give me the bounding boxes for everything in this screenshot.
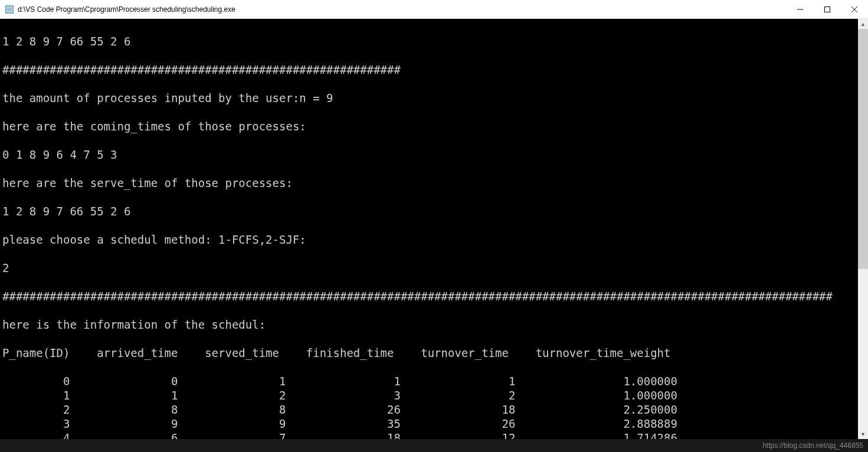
console-line: please choose a schedul method: 1-FCFS,2… [2, 232, 866, 247]
scrollbar-track[interactable] [858, 29, 868, 429]
table-header: P_name(ID) arrived_time served_time fini… [2, 346, 866, 360]
window-controls [787, 0, 868, 18]
console-line: 0 1 8 9 6 4 7 5 3 [2, 148, 866, 162]
console-line: here is the information of the schedul: [2, 317, 866, 332]
table-row: 3 9 9 35 26 2.888889 [2, 417, 866, 431]
console-line: 2 [2, 261, 866, 275]
console-line: here are the coming_times of those proce… [2, 119, 866, 133]
close-button[interactable] [841, 0, 868, 18]
watermark-bar: https://blog.csdn.net/qq_446855 [0, 439, 868, 452]
scrollbar-thumb[interactable] [858, 29, 868, 269]
minimize-button[interactable] [787, 0, 814, 18]
table-row: 4 6 7 18 12 1.714286 [2, 431, 866, 439]
console-output[interactable]: 1 2 8 9 7 66 55 2 6 ####################… [0, 19, 868, 439]
console-line: the amount of processes inputed by the u… [2, 91, 866, 105]
scroll-up-icon[interactable]: ▲ [858, 19, 868, 29]
console-line: ########################################… [2, 289, 866, 303]
vertical-scrollbar[interactable]: ▲ ▼ [858, 19, 868, 439]
svg-rect-1 [7, 7, 12, 12]
app-icon [5, 5, 14, 14]
maximize-button[interactable] [814, 0, 841, 18]
table-row: 2 8 8 26 18 2.250000 [2, 402, 866, 417]
table-row: 1 1 2 3 2 1.000000 [2, 388, 866, 402]
console-line: 1 2 8 9 7 66 55 2 6 [2, 204, 866, 218]
console-line: here are the serve_time of those process… [2, 176, 866, 190]
watermark-text: https://blog.csdn.net/qq_446855 [762, 441, 863, 450]
window-title: d:\VS Code Program\Cprogram\Processer sc… [18, 5, 787, 14]
svg-rect-3 [825, 6, 830, 12]
titlebar: d:\VS Code Program\Cprogram\Processer sc… [0, 0, 868, 19]
console-line: ########################################… [2, 63, 866, 77]
scroll-down-icon[interactable]: ▼ [858, 429, 868, 439]
console-line: 1 2 8 9 7 66 55 2 6 [2, 34, 866, 48]
table-row: 0 0 1 1 1 1.000000 [2, 374, 866, 388]
